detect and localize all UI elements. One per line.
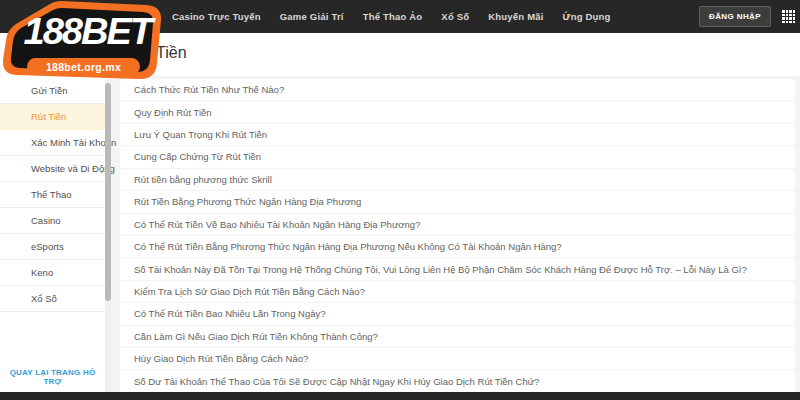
- apps-grid-icon[interactable]: [782, 10, 795, 23]
- faq-question-row[interactable]: Số Dư Tài Khoản Thể Thao Của Tôi Sẽ Được…: [120, 370, 795, 391]
- nav-item[interactable]: Xổ Số: [441, 11, 469, 22]
- faq-question-row[interactable]: Có Thể Rút Tiền Bằng Phương Thức Ngân Hà…: [120, 236, 795, 258]
- faq-question-row[interactable]: Cung Cấp Chứng Từ Rút Tiền: [120, 146, 795, 168]
- sidebar-item[interactable]: eSports: [0, 234, 105, 260]
- sidebar-list: Gửi Tiền Rút Tiền Xác Minh Tài Khoản Web…: [0, 76, 105, 312]
- sidebar: Gửi Tiền Rút Tiền Xác Minh Tài Khoản Web…: [0, 76, 105, 392]
- faq-question-row[interactable]: Rút tiền bằng phương thức Skrill: [120, 169, 795, 191]
- logo-wordmark: 188BET: [9, 11, 166, 53]
- back-to-support-link[interactable]: QUAY LẠI TRANG HỖ TRỢ: [0, 368, 105, 386]
- page-root: Casino Trực Tuyến Game Giải Trí Thể Thao…: [0, 0, 800, 400]
- sidebar-item[interactable]: Casino: [0, 208, 105, 234]
- faq-question-row[interactable]: Có Thể Rút Tiền Bao Nhiêu Lần Trong Ngày…: [120, 303, 795, 325]
- sidebar-scrollbar[interactable]: [105, 76, 111, 392]
- faq-panel: Cách Thức Rút Tiền Như Thế Nào? Quy Định…: [120, 79, 795, 392]
- nav-item[interactable]: Khuyến Mãi: [488, 11, 543, 22]
- sidebar-item[interactable]: Xổ Số: [0, 286, 105, 312]
- nav-item[interactable]: Thể Thao Ảo: [363, 11, 423, 22]
- main-nav: Casino Trực Tuyến Game Giải Trí Thể Thao…: [172, 11, 611, 22]
- faq-question-row[interactable]: Hủy Giao Dịch Rút Tiền Bằng Cách Nào?: [120, 348, 795, 370]
- sidebar-item[interactable]: Keno: [0, 260, 105, 286]
- faq-question-row[interactable]: Có Thể Rút Tiền Về Bao Nhiêu Tài Khoản N…: [120, 214, 795, 236]
- faq-question-row[interactable]: Quy Định Rút Tiền: [120, 101, 795, 123]
- bottom-bar: [0, 392, 800, 400]
- faq-question-row[interactable]: Lưu Ý Quan Trọng Khi Rút Tiền: [120, 124, 795, 146]
- sidebar-item[interactable]: Xác Minh Tài Khoản: [0, 130, 105, 156]
- sidebar-item[interactable]: Website và Di Động: [0, 156, 105, 182]
- scrollbar-thumb[interactable]: [105, 83, 111, 301]
- nav-item[interactable]: Game Giải Trí: [280, 11, 344, 22]
- faq-question-row[interactable]: Cách Thức Rút Tiền Như Thế Nào?: [120, 79, 795, 101]
- faq-question-row[interactable]: Kiểm Tra Lịch Sử Giao Dịch Rút Tiền Bằng…: [120, 281, 795, 303]
- sidebar-item[interactable]: Rút Tiền: [0, 104, 105, 130]
- faq-question-row[interactable]: Cần Làm Gì Nếu Giao Dịch Rút Tiền Không …: [120, 326, 795, 348]
- faq-question-row[interactable]: Rút Tiền Bằng Phương Thức Ngân Hàng Địa …: [120, 191, 795, 213]
- nav-item[interactable]: Ứng Dụng: [563, 11, 611, 22]
- nav-item[interactable]: Casino Trực Tuyến: [172, 11, 261, 22]
- login-button[interactable]: ĐĂNG NHẬP: [699, 6, 771, 27]
- faq-question-row[interactable]: Số Tài Khoản Này Đã Tồn Tại Trong Hệ Thố…: [120, 258, 795, 280]
- sidebar-item[interactable]: Thể Thao: [0, 182, 105, 208]
- logo-url-badge: 188bet.org.mx: [27, 58, 140, 75]
- header-right: ĐĂNG NHẬP: [699, 6, 800, 27]
- brand-logo[interactable]: 188BET 188bet.org.mx: [0, 0, 168, 84]
